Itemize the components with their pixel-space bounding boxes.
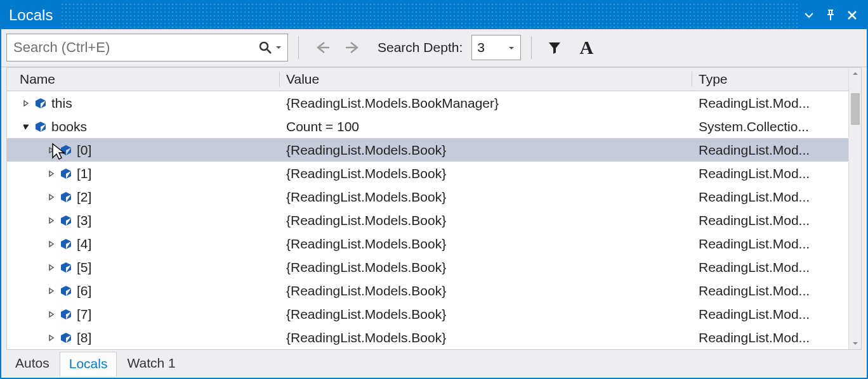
tool-window-tabs: AutosLocalsWatch 1	[1, 350, 867, 378]
titlebar: Locals	[1, 1, 867, 29]
expand-toggle-icon[interactable]	[45, 287, 58, 295]
variable-name: [8]	[74, 330, 91, 345]
column-header-value[interactable]: Value	[280, 72, 692, 87]
expand-toggle-icon[interactable]	[45, 146, 58, 154]
variable-name: [2]	[74, 190, 91, 205]
search-depth-value: 3	[477, 40, 485, 55]
variable-type: ReadingList.Mod...	[692, 236, 861, 252]
titlebar-grip[interactable]	[60, 1, 798, 29]
variable-type: ReadingList.Mod...	[692, 307, 861, 322]
table-row[interactable]: [0]{ReadingList.Models.Book}ReadingList.…	[7, 138, 861, 162]
object-icon	[58, 144, 74, 157]
expand-toggle-icon[interactable]	[45, 217, 58, 224]
filter-icon[interactable]	[542, 35, 567, 60]
variable-value[interactable]: {ReadingList.Models.Book}	[280, 213, 692, 228]
object-icon	[58, 167, 74, 180]
nav-back-button[interactable]	[309, 35, 334, 60]
close-icon[interactable]	[841, 10, 863, 21]
object-icon	[58, 308, 74, 321]
variable-value[interactable]: {ReadingList.Models.Book}	[280, 260, 692, 275]
variable-type: ReadingList.Mod...	[692, 213, 861, 228]
variable-type: ReadingList.Mod...	[692, 190, 861, 205]
variables-grid: Name Value Type this{ReadingList.Models.…	[6, 67, 862, 350]
expand-toggle-icon[interactable]	[45, 170, 58, 177]
object-icon	[58, 331, 74, 344]
variable-type: ReadingList.Mod...	[692, 143, 861, 158]
variable-name: [0]	[74, 143, 91, 158]
scroll-down-icon[interactable]	[849, 339, 861, 348]
variable-type: ReadingList.Mod...	[692, 166, 861, 181]
grid-body: this{ReadingList.Models.BookManager}Read…	[7, 91, 861, 349]
search-depth-dropdown[interactable]: 3	[471, 35, 521, 60]
variable-value[interactable]: {ReadingList.Models.Book}	[280, 166, 692, 181]
grid-header: Name Value Type	[7, 68, 861, 92]
variable-value[interactable]: {ReadingList.Models.Book}	[280, 143, 692, 158]
object-icon	[58, 238, 74, 250]
tab-locals[interactable]: Locals	[60, 352, 117, 376]
expand-toggle-icon[interactable]	[45, 311, 58, 318]
variable-name: [1]	[74, 166, 91, 181]
object-icon	[32, 97, 49, 110]
variable-type: ReadingList.Mod...	[692, 260, 861, 275]
column-header-type[interactable]: Type	[692, 72, 861, 87]
variable-type: ReadingList.Mod...	[692, 96, 861, 111]
text-format-icon[interactable]: A	[574, 35, 599, 60]
table-row[interactable]: [4]{ReadingList.Models.Book}ReadingList.…	[7, 232, 861, 255]
expand-toggle-icon[interactable]	[20, 100, 32, 107]
variable-name: [3]	[74, 213, 91, 228]
scroll-up-icon[interactable]	[849, 69, 861, 78]
table-row[interactable]: [3]{ReadingList.Models.Book}ReadingList.…	[7, 209, 861, 232]
table-row[interactable]: [7]{ReadingList.Models.Book}ReadingList.…	[7, 302, 861, 326]
table-row[interactable]: [2]{ReadingList.Models.Book}ReadingList.…	[7, 185, 861, 209]
variable-value[interactable]: {ReadingList.Models.Book}	[280, 236, 692, 252]
pin-icon[interactable]	[820, 9, 841, 22]
expand-toggle-icon[interactable]	[45, 264, 58, 271]
toolbar: Search Depth: 3 A	[1, 29, 867, 67]
table-row[interactable]: [1]{ReadingList.Models.Book}ReadingList.…	[7, 162, 861, 185]
expand-toggle-icon[interactable]	[45, 193, 58, 201]
object-icon	[58, 285, 74, 297]
variable-value[interactable]: {ReadingList.Models.Book}	[280, 307, 692, 322]
separator	[298, 36, 299, 59]
table-row[interactable]: booksCount = 100System.Collectio...	[7, 115, 861, 138]
table-row[interactable]: [6]{ReadingList.Models.Book}ReadingList.…	[7, 279, 861, 302]
scrollbar-thumb[interactable]	[851, 93, 860, 125]
search-dropdown-icon[interactable]	[275, 44, 282, 51]
variable-name: [4]	[74, 236, 91, 252]
window-title: Locals	[9, 6, 53, 24]
variable-value[interactable]: {ReadingList.Models.Book}	[280, 190, 692, 205]
tab-watch-1[interactable]: Watch 1	[118, 352, 184, 376]
vertical-scrollbar[interactable]	[848, 68, 861, 350]
variable-value[interactable]: {ReadingList.Models.Book}	[280, 283, 692, 299]
expand-toggle-icon[interactable]	[20, 123, 32, 131]
table-row[interactable]: this{ReadingList.Models.BookManager}Read…	[7, 91, 861, 115]
search-input[interactable]	[12, 39, 258, 56]
variable-name: [6]	[74, 283, 91, 299]
variable-name: this	[49, 96, 72, 111]
expand-toggle-icon[interactable]	[45, 240, 58, 248]
variable-type: ReadingList.Mod...	[692, 330, 861, 345]
svg-point-0	[260, 42, 268, 50]
search-box[interactable]	[6, 34, 288, 61]
variable-value[interactable]: {ReadingList.Models.Book}	[280, 330, 692, 345]
column-header-name[interactable]: Name	[7, 72, 280, 87]
object-icon	[58, 214, 74, 227]
variable-name: books	[49, 119, 87, 134]
variable-type: ReadingList.Mod...	[692, 283, 861, 299]
search-icon[interactable]	[258, 41, 272, 55]
nav-forward-button[interactable]	[341, 35, 366, 60]
table-row[interactable]: [8]{ReadingList.Models.Book}ReadingList.…	[7, 326, 861, 349]
variable-type: System.Collectio...	[692, 119, 861, 134]
variable-name: [7]	[74, 307, 91, 322]
window-options-icon[interactable]	[798, 10, 820, 21]
separator	[531, 36, 532, 59]
object-icon	[58, 191, 74, 203]
table-row[interactable]: [5]{ReadingList.Models.Book}ReadingList.…	[7, 255, 861, 279]
variable-value[interactable]: {ReadingList.Models.BookManager}	[280, 96, 692, 111]
variable-value[interactable]: Count = 100	[280, 119, 692, 134]
expand-toggle-icon[interactable]	[45, 334, 58, 342]
object-icon	[58, 261, 74, 274]
object-icon	[32, 120, 49, 133]
tab-autos[interactable]: Autos	[6, 352, 58, 376]
chevron-down-icon	[508, 40, 515, 55]
